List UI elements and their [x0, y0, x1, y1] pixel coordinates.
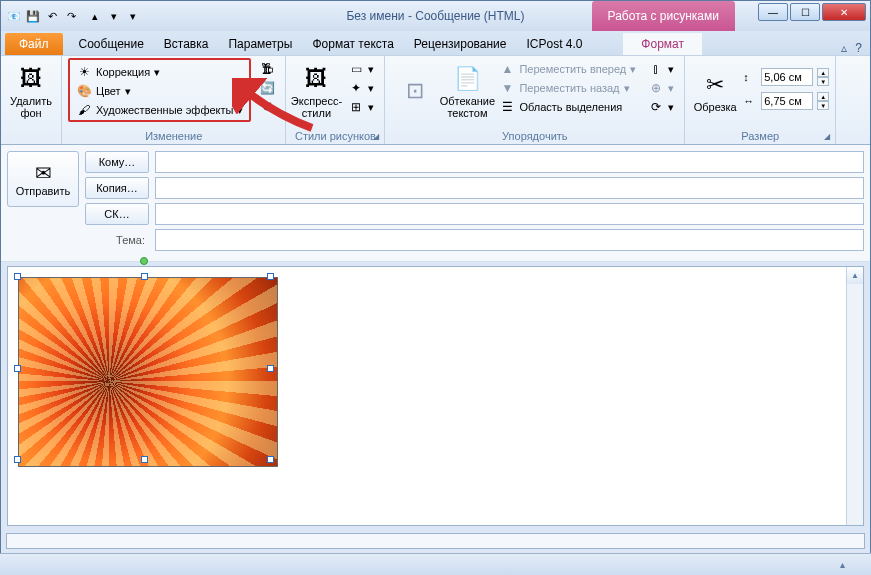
selection-pane-button[interactable]: ☰Область выделения [495, 98, 640, 116]
handle-sw[interactable] [14, 456, 21, 463]
statusbar-expand-icon[interactable]: ▴ [840, 559, 845, 570]
group-arrange-label: Упорядочить [391, 128, 678, 144]
handle-w[interactable] [14, 365, 21, 372]
image-selection-frame[interactable] [12, 271, 276, 465]
height-row: ↕ ▲▼ [743, 68, 829, 86]
size-dialog-launcher[interactable]: ◢ [821, 130, 833, 142]
window-buttons: — ☐ ✕ [758, 3, 866, 21]
effects-icon: ✦ [348, 81, 364, 95]
vertical-scrollbar[interactable]: ▲ [846, 267, 863, 525]
ribbon-tabs: Файл Сообщение Вставка Параметры Формат … [1, 31, 870, 55]
close-button[interactable]: ✕ [822, 3, 866, 21]
color-button[interactable]: 🎨Цвет ▾ [72, 82, 247, 100]
tab-format-text[interactable]: Формат текста [302, 33, 403, 55]
tab-file[interactable]: Файл [5, 33, 63, 55]
corrections-label: Коррекция [96, 66, 150, 78]
group-size-label: Размер [691, 128, 829, 144]
position-icon: ⊡ [406, 75, 424, 107]
group-wrap: ⊡ 📄 Обтекание текстом ▲Переместить впере… [385, 56, 685, 144]
height-icon: ↕ [743, 71, 757, 83]
to-button[interactable]: Кому… [85, 151, 149, 173]
bcc-input[interactable] [155, 203, 864, 225]
wrap-label2: текстом [447, 107, 487, 119]
send-backward-icon: ▼ [499, 81, 515, 95]
height-input[interactable] [761, 68, 813, 86]
send-label: Отправить [16, 185, 71, 197]
rotate-handle[interactable] [140, 257, 148, 265]
crop-label: Обрезка [694, 101, 737, 113]
inserted-image[interactable] [18, 277, 278, 467]
remove-bg-label2: фон [20, 107, 41, 119]
express-label: Экспресс-стили [291, 95, 342, 119]
qat-undo-icon[interactable]: ↶ [43, 7, 61, 25]
remove-bg-label1: Удалить [10, 95, 52, 107]
mail-header: ✉ Отправить Кому… Копия… СК… Тема: [1, 145, 870, 262]
group-adjust: ☀Коррекция ▾ 🎨Цвет ▾ 🖌Художественные эфф… [62, 56, 286, 144]
cc-input[interactable] [155, 177, 864, 199]
width-input[interactable] [761, 92, 813, 110]
bring-forward-button: ▲Переместить вперед ▾ [495, 60, 640, 78]
dropdown-icon: ▾ [154, 66, 160, 79]
handle-e[interactable] [267, 365, 274, 372]
ribbon: 🖼 Удалить фон ☀Коррекция ▾ 🎨Цвет ▾ 🖌Худо… [1, 55, 870, 145]
corrections-button[interactable]: ☀Коррекция ▾ [72, 63, 247, 81]
picture-effects-button[interactable]: ✦▾ [344, 79, 378, 97]
wrap-text-button[interactable]: 📄 Обтекание текстом [443, 58, 491, 124]
wrap-label1: Обтекание [440, 95, 495, 107]
tab-review[interactable]: Рецензирование [404, 33, 517, 55]
rotate-button[interactable]: ⟳▾ [644, 98, 678, 116]
height-up[interactable]: ▲ [817, 68, 829, 77]
qat-save-icon[interactable]: 💾 [24, 7, 42, 25]
send-backward-label: Переместить назад [519, 82, 619, 94]
bring-forward-label: Переместить вперед [519, 63, 626, 75]
artistic-effects-button[interactable]: 🖌Художественные эффекты ▾ [72, 101, 247, 119]
color-label: Цвет [96, 85, 121, 97]
handle-se[interactable] [267, 456, 274, 463]
artistic-label: Художественные эффекты [96, 104, 233, 116]
tab-options[interactable]: Параметры [218, 33, 302, 55]
to-input[interactable] [155, 151, 864, 173]
compress-picture-button[interactable]: 🗜 [255, 60, 279, 78]
reset-picture-button[interactable]: ↺ [255, 98, 279, 116]
height-down[interactable]: ▼ [817, 77, 829, 86]
tab-icpost[interactable]: ICPost 4.0 [517, 33, 593, 55]
handle-s[interactable] [141, 456, 148, 463]
message-body[interactable]: ▲ [7, 266, 864, 526]
bcc-button[interactable]: СК… [85, 203, 149, 225]
position-button[interactable]: ⊡ [391, 58, 439, 124]
cc-button[interactable]: Копия… [85, 177, 149, 199]
express-styles-button[interactable]: 🖼 Экспресс-стили [292, 58, 340, 124]
maximize-button[interactable]: ☐ [790, 3, 820, 21]
remove-background-button[interactable]: 🖼 Удалить фон [7, 58, 55, 124]
minimize-button[interactable]: — [758, 3, 788, 21]
handle-n[interactable] [141, 273, 148, 280]
width-icon: ↔ [743, 95, 757, 107]
compress-icon: 🗜 [259, 62, 275, 76]
qat-prev-icon[interactable]: ▴ [86, 7, 104, 25]
handle-nw[interactable] [14, 273, 21, 280]
width-up[interactable]: ▲ [817, 92, 829, 101]
qat-customize-icon[interactable]: ▾ [124, 7, 142, 25]
ribbon-minimize-icon[interactable]: ▵ [841, 41, 847, 55]
qat-redo-icon[interactable]: ↷ [62, 7, 80, 25]
crop-button[interactable]: ✂ Обрезка [691, 58, 739, 124]
change-pic-icon: 🔄 [259, 81, 275, 95]
align-button[interactable]: ⫿▾ [644, 60, 678, 78]
tab-message[interactable]: Сообщение [69, 33, 154, 55]
palette-icon: 🎨 [76, 84, 92, 98]
change-picture-button[interactable]: 🔄 [255, 79, 279, 97]
picture-border-button[interactable]: ▭▾ [344, 60, 378, 78]
send-button[interactable]: ✉ Отправить [7, 151, 79, 207]
dropdown-icon: ▾ [368, 63, 374, 76]
tab-format[interactable]: Формат [623, 33, 702, 55]
subject-input[interactable] [155, 229, 864, 251]
scroll-up-button[interactable]: ▲ [847, 267, 863, 284]
qat-next-icon[interactable]: ▾ [105, 7, 123, 25]
help-icon[interactable]: ? [855, 41, 862, 55]
handle-ne[interactable] [267, 273, 274, 280]
picture-layout-button[interactable]: ⊞▾ [344, 98, 378, 116]
styles-dialog-launcher[interactable]: ◢ [370, 130, 382, 142]
width-down[interactable]: ▼ [817, 101, 829, 110]
tab-insert[interactable]: Вставка [154, 33, 219, 55]
app-icon[interactable]: 📧 [5, 7, 23, 25]
